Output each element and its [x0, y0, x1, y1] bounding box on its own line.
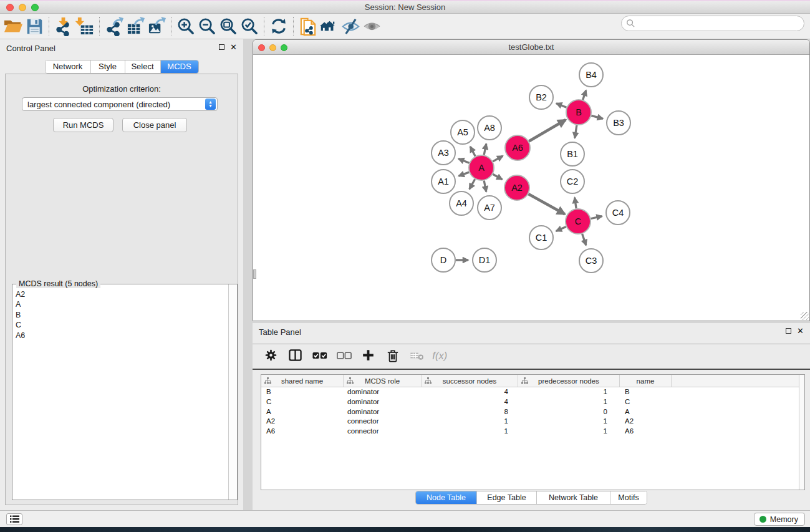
duplicate-network-button[interactable] — [297, 16, 319, 37]
run-mcds-button[interactable]: Run MCDS — [53, 118, 113, 132]
table-cell[interactable]: B — [620, 387, 672, 397]
table-cell[interactable]: B — [261, 387, 344, 397]
graph-edge-C-C3[interactable] — [582, 234, 586, 245]
close-table-panel-icon[interactable]: ✕ — [797, 327, 804, 334]
tab-motifs[interactable]: Motifs — [610, 491, 647, 504]
tab-style[interactable]: Style — [91, 60, 125, 73]
table-cell[interactable]: dominator — [344, 397, 422, 407]
delete-columns-button[interactable] — [384, 348, 401, 365]
export-image-button[interactable] — [146, 16, 167, 37]
unselect-all-button[interactable] — [335, 348, 352, 365]
zoom-in-button[interactable] — [175, 16, 196, 37]
table-row[interactable]: A2connector11A2 — [261, 417, 804, 427]
graph-node-D1[interactable]: D1 — [473, 248, 496, 272]
settings-gear-button[interactable] — [263, 348, 279, 365]
import-table-button[interactable] — [74, 16, 95, 37]
table-cell[interactable]: C — [620, 397, 672, 407]
graph-edge-B-B2[interactable] — [556, 104, 566, 108]
table-cell[interactable]: A — [261, 407, 344, 417]
memory-button[interactable]: Memory — [754, 513, 805, 526]
table-cell[interactable]: 1 — [518, 397, 620, 407]
graph-edge-B-B3[interactable] — [591, 115, 603, 118]
graph-node-C4[interactable]: C4 — [606, 201, 630, 225]
tab-edge-table[interactable]: Edge Table — [477, 491, 537, 504]
add-column-button[interactable] — [360, 348, 377, 365]
table-cell[interactable]: A2 — [620, 417, 672, 427]
table-cell[interactable]: A — [620, 407, 672, 417]
table-cell[interactable]: 0 — [518, 407, 620, 417]
graph-edge-C-C2[interactable] — [575, 198, 577, 209]
table-cell[interactable]: 4 — [422, 387, 518, 397]
result-item[interactable]: A2 — [16, 289, 228, 299]
graph-edge-C-C4[interactable] — [591, 216, 602, 219]
column-header-predecessor-nodes[interactable]: predecessor nodes — [518, 375, 620, 387]
table-cell[interactable]: connector — [344, 427, 422, 437]
tab-select[interactable]: Select — [125, 60, 161, 73]
column-header-shared-name[interactable]: shared name — [261, 375, 344, 387]
graph-node-B4[interactable]: B4 — [579, 63, 603, 87]
network-window-titlebar[interactable]: testGlobe.txt — [253, 40, 809, 55]
select-all-button[interactable] — [311, 348, 328, 365]
graph-node-A[interactable]: A — [469, 155, 494, 180]
result-item[interactable]: A — [16, 299, 228, 309]
table-cell[interactable]: C — [261, 397, 344, 407]
close-panel-icon[interactable]: ✕ — [230, 44, 237, 51]
close-window-icon[interactable] — [6, 4, 14, 11]
task-history-button[interactable] — [6, 513, 22, 525]
tab-network-table[interactable]: Network Table — [537, 491, 610, 504]
graph-node-C1[interactable]: C1 — [529, 226, 553, 249]
canvas-scrollbar-fragment[interactable] — [253, 269, 256, 279]
network-close-icon[interactable] — [258, 44, 265, 51]
result-item[interactable]: B — [16, 310, 228, 320]
graph-edge-B-B1[interactable] — [575, 125, 577, 138]
graph-node-A3[interactable]: A3 — [432, 141, 455, 165]
show-columns-button[interactable] — [287, 348, 304, 365]
graph-edge-A-A1[interactable] — [459, 172, 470, 176]
zoom-selected-button[interactable] — [239, 16, 260, 37]
graph-edge-A-A4[interactable] — [470, 179, 475, 189]
graph-edge-A-A5[interactable] — [470, 147, 475, 156]
zoom-out-button[interactable] — [196, 16, 218, 37]
minimize-window-icon[interactable] — [19, 4, 26, 11]
hide-selected-button[interactable] — [340, 16, 361, 37]
graph-node-A6[interactable]: A6 — [505, 135, 530, 160]
table-cell[interactable]: A6 — [620, 427, 672, 437]
graph-node-C3[interactable]: C3 — [579, 249, 603, 273]
graph-node-A1[interactable]: A1 — [432, 170, 455, 193]
search-input[interactable] — [635, 18, 804, 29]
criterion-dropdown[interactable]: largest connected component (directed) ▲… — [22, 97, 218, 111]
graph-edge-A-A8[interactable] — [484, 144, 486, 155]
export-table-button[interactable] — [125, 16, 146, 37]
show-all-button[interactable] — [361, 16, 382, 37]
graph-edge-A-A7[interactable] — [484, 181, 486, 192]
result-item[interactable]: A6 — [16, 331, 228, 341]
graph-node-B1[interactable]: B1 — [561, 142, 584, 166]
table-cell[interactable]: 1 — [518, 427, 620, 437]
table-scrollbar[interactable] — [799, 375, 804, 490]
table-row[interactable]: A6connector11A6 — [261, 427, 804, 437]
tab-network[interactable]: Network — [46, 60, 91, 73]
graph-edge-C-C1[interactable] — [556, 227, 566, 231]
graph-node-B2[interactable]: B2 — [529, 85, 553, 109]
float-table-panel-icon[interactable] — [786, 328, 791, 334]
network-minimize-icon[interactable] — [269, 44, 276, 51]
table-cell[interactable]: 1 — [518, 417, 620, 427]
graph-node-A2[interactable]: A2 — [504, 175, 529, 200]
graph-node-A8[interactable]: A8 — [478, 116, 501, 140]
table-cell[interactable]: A2 — [261, 417, 344, 427]
graph-node-A4[interactable]: A4 — [450, 191, 473, 215]
graph-node-D[interactable]: D — [432, 248, 455, 272]
result-item[interactable]: C — [16, 320, 228, 330]
first-neighbors-button[interactable] — [319, 16, 340, 37]
result-scrollbar[interactable] — [228, 284, 237, 500]
table-row[interactable]: Cdominator41C — [261, 397, 804, 407]
table-cell[interactable]: 4 — [422, 397, 518, 407]
table-row[interactable]: Adominator80A — [261, 407, 804, 417]
graph-edge-A-A6[interactable] — [493, 156, 503, 162]
resize-grip-icon[interactable] — [801, 312, 809, 320]
table-row[interactable]: Bdominator41B — [261, 387, 804, 397]
network-zoom-icon[interactable] — [281, 44, 287, 51]
import-network-button[interactable] — [53, 16, 74, 37]
graph-edge-A-A2[interactable] — [493, 174, 502, 180]
network-canvas[interactable]: B4B2BB3A8A5A6A3B1AA1C2A2A4A7C4CC1DD1C3 — [253, 55, 809, 321]
